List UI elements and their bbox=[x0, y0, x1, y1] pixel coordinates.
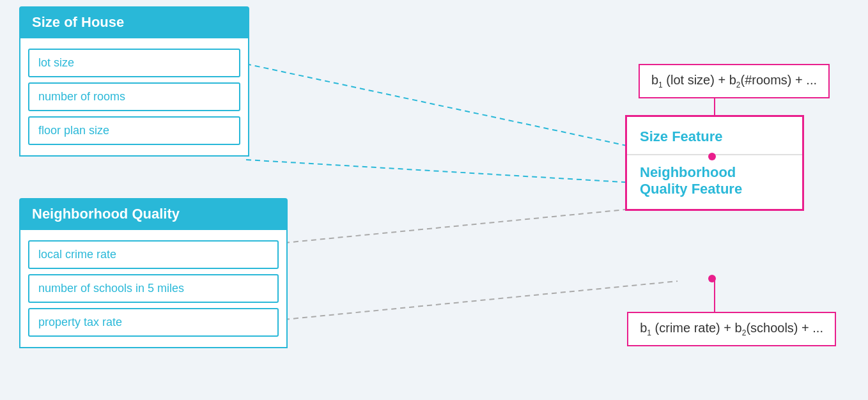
formula-bottom-text: b1 (crime rate) + b2(schools) + ... bbox=[640, 321, 823, 335]
number-of-schools-item: number of schools in 5 miles bbox=[28, 274, 279, 303]
size-of-house-group: Size of House lot size number of rooms f… bbox=[19, 6, 249, 157]
property-tax-rate-item: property tax rate bbox=[28, 308, 279, 337]
diagram-container: Size of House lot size number of rooms f… bbox=[0, 0, 868, 400]
size-of-house-header: Size of House bbox=[19, 6, 249, 38]
local-crime-rate-item: local crime rate bbox=[28, 240, 279, 269]
formula-top-text: b1 (lot size) + b2(#rooms) + ... bbox=[651, 73, 817, 87]
feature-box: Size Feature NeighborhoodQuality Feature bbox=[625, 115, 804, 211]
lot-size-item: lot size bbox=[28, 49, 240, 77]
neighborhood-quality-feature-label: NeighborhoodQuality Feature bbox=[627, 155, 802, 209]
neighborhood-quality-header: Neighborhood Quality bbox=[19, 198, 288, 230]
neighborhood-quality-group: Neighborhood Quality local crime rate nu… bbox=[19, 198, 288, 348]
neighborhood-quality-body: local crime rate number of schools in 5 … bbox=[19, 230, 288, 348]
svg-line-3 bbox=[284, 281, 678, 319]
number-of-rooms-item: number of rooms bbox=[28, 82, 240, 111]
svg-line-1 bbox=[246, 160, 678, 185]
svg-line-0 bbox=[246, 64, 678, 157]
size-feature-label: Size Feature bbox=[627, 117, 802, 155]
formula-bottom-box: b1 (crime rate) + b2(schools) + ... bbox=[627, 312, 836, 346]
dot-top bbox=[708, 153, 716, 160]
dot-bottom bbox=[708, 275, 716, 282]
svg-line-2 bbox=[284, 204, 678, 243]
floor-plan-size-item: floor plan size bbox=[28, 116, 240, 145]
formula-top-box: b1 (lot size) + b2(#rooms) + ... bbox=[639, 64, 830, 98]
size-of-house-body: lot size number of rooms floor plan size bbox=[19, 38, 249, 157]
